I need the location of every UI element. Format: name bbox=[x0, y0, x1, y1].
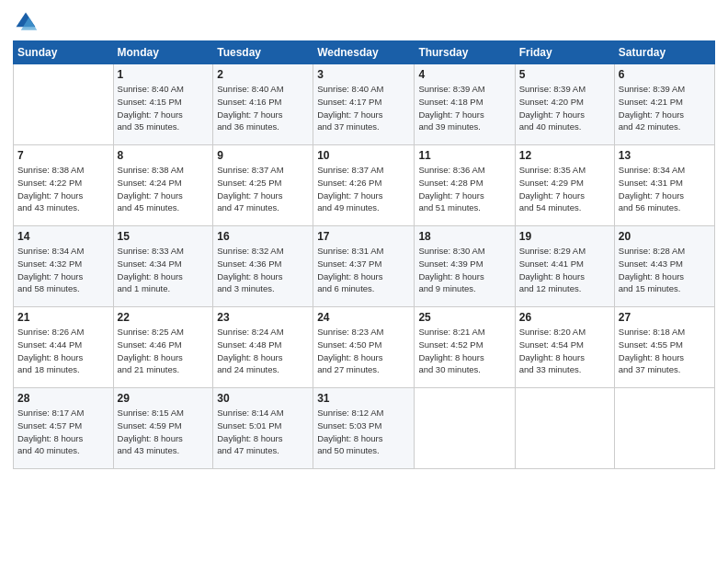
header-row: SundayMondayTuesdayWednesdayThursdayFrid… bbox=[14, 41, 715, 64]
day-info: Sunrise: 8:26 AMSunset: 4:44 PMDaylight:… bbox=[17, 326, 109, 376]
day-cell bbox=[614, 388, 714, 469]
day-cell: 28Sunrise: 8:17 AMSunset: 4:57 PMDayligh… bbox=[14, 388, 114, 469]
header-cell-friday: Friday bbox=[515, 41, 614, 64]
day-info: Sunrise: 8:21 AMSunset: 4:52 PMDaylight:… bbox=[418, 326, 510, 376]
day-number: 24 bbox=[317, 311, 410, 324]
day-info: Sunrise: 8:12 AMSunset: 5:03 PMDaylight:… bbox=[317, 407, 410, 457]
day-cell: 15Sunrise: 8:33 AMSunset: 4:34 PMDayligh… bbox=[113, 226, 213, 307]
header bbox=[13, 9, 715, 35]
day-info: Sunrise: 8:33 AMSunset: 4:34 PMDaylight:… bbox=[118, 245, 210, 295]
header-cell-sunday: Sunday bbox=[14, 41, 114, 64]
day-info: Sunrise: 8:40 AMSunset: 4:15 PMDaylight:… bbox=[118, 83, 210, 133]
day-number: 19 bbox=[519, 230, 610, 243]
day-cell: 13Sunrise: 8:34 AMSunset: 4:31 PMDayligh… bbox=[614, 145, 714, 226]
day-number: 20 bbox=[619, 230, 711, 243]
day-number: 4 bbox=[418, 68, 510, 81]
day-cell: 7Sunrise: 8:38 AMSunset: 4:22 PMDaylight… bbox=[14, 145, 114, 226]
day-number: 6 bbox=[619, 68, 711, 81]
day-cell: 31Sunrise: 8:12 AMSunset: 5:03 PMDayligh… bbox=[313, 388, 415, 469]
logo bbox=[13, 9, 42, 35]
day-info: Sunrise: 8:40 AMSunset: 4:16 PMDaylight:… bbox=[217, 83, 309, 133]
day-cell: 8Sunrise: 8:38 AMSunset: 4:24 PMDaylight… bbox=[113, 145, 213, 226]
day-number: 12 bbox=[519, 149, 610, 162]
day-cell: 23Sunrise: 8:24 AMSunset: 4:48 PMDayligh… bbox=[213, 307, 313, 388]
day-number: 29 bbox=[118, 392, 210, 405]
day-info: Sunrise: 8:37 AMSunset: 4:26 PMDaylight:… bbox=[317, 164, 410, 214]
day-info: Sunrise: 8:30 AMSunset: 4:39 PMDaylight:… bbox=[418, 245, 510, 295]
header-cell-saturday: Saturday bbox=[614, 41, 714, 64]
day-number: 9 bbox=[217, 149, 309, 162]
day-cell: 6Sunrise: 8:39 AMSunset: 4:21 PMDaylight… bbox=[614, 64, 714, 145]
day-number: 14 bbox=[17, 230, 109, 243]
day-info: Sunrise: 8:32 AMSunset: 4:36 PMDaylight:… bbox=[217, 245, 309, 295]
day-info: Sunrise: 8:40 AMSunset: 4:17 PMDaylight:… bbox=[317, 83, 410, 133]
day-cell: 18Sunrise: 8:30 AMSunset: 4:39 PMDayligh… bbox=[415, 226, 515, 307]
day-info: Sunrise: 8:24 AMSunset: 4:48 PMDaylight:… bbox=[217, 326, 309, 376]
day-cell: 27Sunrise: 8:18 AMSunset: 4:55 PMDayligh… bbox=[614, 307, 714, 388]
day-cell: 11Sunrise: 8:36 AMSunset: 4:28 PMDayligh… bbox=[415, 145, 515, 226]
day-cell: 29Sunrise: 8:15 AMSunset: 4:59 PMDayligh… bbox=[113, 388, 213, 469]
day-info: Sunrise: 8:35 AMSunset: 4:29 PMDaylight:… bbox=[519, 164, 610, 214]
day-number: 5 bbox=[519, 68, 610, 81]
day-info: Sunrise: 8:17 AMSunset: 4:57 PMDaylight:… bbox=[17, 407, 109, 457]
week-row-2: 14Sunrise: 8:34 AMSunset: 4:32 PMDayligh… bbox=[14, 226, 715, 307]
day-info: Sunrise: 8:34 AMSunset: 4:32 PMDaylight:… bbox=[17, 245, 109, 295]
day-cell: 16Sunrise: 8:32 AMSunset: 4:36 PMDayligh… bbox=[213, 226, 313, 307]
day-cell: 3Sunrise: 8:40 AMSunset: 4:17 PMDaylight… bbox=[313, 64, 415, 145]
day-info: Sunrise: 8:28 AMSunset: 4:43 PMDaylight:… bbox=[619, 245, 711, 295]
header-cell-thursday: Thursday bbox=[415, 41, 515, 64]
day-number: 11 bbox=[418, 149, 510, 162]
day-info: Sunrise: 8:36 AMSunset: 4:28 PMDaylight:… bbox=[418, 164, 510, 214]
day-cell: 21Sunrise: 8:26 AMSunset: 4:44 PMDayligh… bbox=[14, 307, 114, 388]
day-cell: 25Sunrise: 8:21 AMSunset: 4:52 PMDayligh… bbox=[415, 307, 515, 388]
week-row-3: 21Sunrise: 8:26 AMSunset: 4:44 PMDayligh… bbox=[14, 307, 715, 388]
day-number: 23 bbox=[217, 311, 309, 324]
logo-icon bbox=[13, 9, 39, 35]
day-cell bbox=[515, 388, 614, 469]
day-cell: 20Sunrise: 8:28 AMSunset: 4:43 PMDayligh… bbox=[614, 226, 714, 307]
day-cell: 17Sunrise: 8:31 AMSunset: 4:37 PMDayligh… bbox=[313, 226, 415, 307]
day-cell bbox=[415, 388, 515, 469]
day-cell: 26Sunrise: 8:20 AMSunset: 4:54 PMDayligh… bbox=[515, 307, 614, 388]
day-cell: 4Sunrise: 8:39 AMSunset: 4:18 PMDaylight… bbox=[415, 64, 515, 145]
day-number: 15 bbox=[118, 230, 210, 243]
day-info: Sunrise: 8:18 AMSunset: 4:55 PMDaylight:… bbox=[619, 326, 711, 376]
header-cell-wednesday: Wednesday bbox=[313, 41, 415, 64]
day-number: 2 bbox=[217, 68, 309, 81]
week-row-0: 1Sunrise: 8:40 AMSunset: 4:15 PMDaylight… bbox=[14, 64, 715, 145]
day-number: 28 bbox=[17, 392, 109, 405]
day-cell bbox=[14, 64, 114, 145]
day-cell: 9Sunrise: 8:37 AMSunset: 4:25 PMDaylight… bbox=[213, 145, 313, 226]
week-row-1: 7Sunrise: 8:38 AMSunset: 4:22 PMDaylight… bbox=[14, 145, 715, 226]
day-info: Sunrise: 8:39 AMSunset: 4:18 PMDaylight:… bbox=[418, 83, 510, 133]
header-cell-monday: Monday bbox=[113, 41, 213, 64]
day-number: 1 bbox=[118, 68, 210, 81]
day-cell: 2Sunrise: 8:40 AMSunset: 4:16 PMDaylight… bbox=[213, 64, 313, 145]
day-info: Sunrise: 8:38 AMSunset: 4:24 PMDaylight:… bbox=[118, 164, 210, 214]
day-cell: 10Sunrise: 8:37 AMSunset: 4:26 PMDayligh… bbox=[313, 145, 415, 226]
day-number: 18 bbox=[418, 230, 510, 243]
day-cell: 24Sunrise: 8:23 AMSunset: 4:50 PMDayligh… bbox=[313, 307, 415, 388]
day-number: 16 bbox=[217, 230, 309, 243]
day-number: 31 bbox=[317, 392, 410, 405]
day-info: Sunrise: 8:25 AMSunset: 4:46 PMDaylight:… bbox=[118, 326, 210, 376]
day-info: Sunrise: 8:20 AMSunset: 4:54 PMDaylight:… bbox=[519, 326, 610, 376]
header-cell-tuesday: Tuesday bbox=[213, 41, 313, 64]
day-number: 27 bbox=[619, 311, 711, 324]
day-info: Sunrise: 8:38 AMSunset: 4:22 PMDaylight:… bbox=[17, 164, 109, 214]
day-number: 8 bbox=[118, 149, 210, 162]
day-number: 21 bbox=[17, 311, 109, 324]
day-info: Sunrise: 8:37 AMSunset: 4:25 PMDaylight:… bbox=[217, 164, 309, 214]
calendar-table: SundayMondayTuesdayWednesdayThursdayFrid… bbox=[13, 40, 715, 469]
day-info: Sunrise: 8:15 AMSunset: 4:59 PMDaylight:… bbox=[118, 407, 210, 457]
day-cell: 12Sunrise: 8:35 AMSunset: 4:29 PMDayligh… bbox=[515, 145, 614, 226]
day-cell: 19Sunrise: 8:29 AMSunset: 4:41 PMDayligh… bbox=[515, 226, 614, 307]
day-number: 30 bbox=[217, 392, 309, 405]
day-cell: 30Sunrise: 8:14 AMSunset: 5:01 PMDayligh… bbox=[213, 388, 313, 469]
day-info: Sunrise: 8:39 AMSunset: 4:21 PMDaylight:… bbox=[619, 83, 711, 133]
day-number: 22 bbox=[118, 311, 210, 324]
day-info: Sunrise: 8:14 AMSunset: 5:01 PMDaylight:… bbox=[217, 407, 309, 457]
day-number: 7 bbox=[17, 149, 109, 162]
day-info: Sunrise: 8:34 AMSunset: 4:31 PMDaylight:… bbox=[619, 164, 711, 214]
day-number: 10 bbox=[317, 149, 410, 162]
